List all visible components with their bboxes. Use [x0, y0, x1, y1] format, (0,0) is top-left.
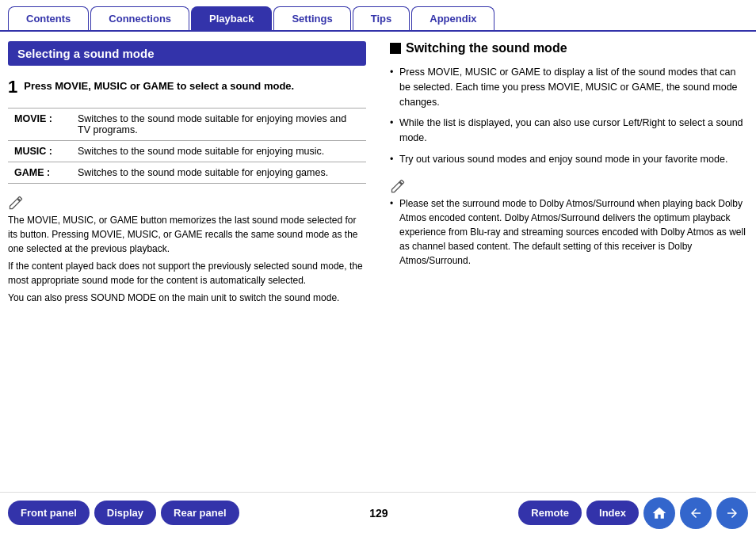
right-note-text: Please set the surround mode to Dolby At…	[390, 196, 748, 268]
note-text-3: You can also press SOUND MODE on the mai…	[8, 291, 366, 305]
bullet-item: Try out various sound modes and enjoy so…	[390, 152, 748, 167]
section-title: Selecting a sound mode	[8, 41, 366, 66]
back-button[interactable]	[680, 497, 712, 529]
home-button[interactable]	[643, 497, 675, 529]
black-square-icon	[390, 43, 401, 54]
bullet-item: While the list is displayed, you can als…	[390, 116, 748, 146]
forward-button[interactable]	[716, 497, 748, 529]
sound-mode-table: MOVIE : Switches to the sound mode suita…	[8, 108, 366, 184]
table-cell-label: MUSIC :	[8, 141, 71, 162]
tab-appendix[interactable]: Appendix	[411, 6, 494, 30]
main-content: Selecting a sound mode 1 Press MOVIE, MU…	[0, 32, 756, 489]
top-navigation: Contents Connections Playback Settings T…	[0, 0, 756, 32]
step-title: Press MOVIE, MUSIC or GAME to select a s…	[24, 77, 366, 92]
table-cell-label: MOVIE :	[8, 109, 71, 141]
remote-btn[interactable]: Remote	[518, 501, 582, 525]
step-number: 1	[8, 77, 17, 97]
right-note-section: Please set the surround mode to Dolby At…	[390, 178, 748, 268]
note-text-1: The MOVIE, MUSIC, or GAME button memoriz…	[8, 213, 366, 256]
left-column: Selecting a sound mode 1 Press MOVIE, MU…	[8, 41, 366, 489]
right-section-title: Switching the sound mode	[390, 41, 748, 55]
display-btn[interactable]: Display	[94, 501, 156, 525]
table-row: MOVIE : Switches to the sound mode suita…	[8, 109, 366, 141]
tab-connections[interactable]: Connections	[90, 6, 189, 30]
front-panel-btn[interactable]: Front panel	[8, 501, 90, 525]
table-cell-label: GAME :	[8, 162, 71, 184]
back-arrow-icon	[689, 506, 703, 520]
tab-contents[interactable]: Contents	[8, 6, 89, 30]
left-notes: The MOVIE, MUSIC, or GAME button memoriz…	[8, 195, 366, 305]
right-column: Switching the sound mode Press MOVIE, MU…	[382, 41, 748, 489]
index-btn[interactable]: Index	[586, 501, 639, 525]
tab-playback[interactable]: Playback	[191, 6, 272, 30]
tab-tips[interactable]: Tips	[353, 6, 410, 30]
table-cell-desc: Switches to the sound mode suitable for …	[71, 162, 366, 184]
pencil-icon-right	[390, 178, 406, 194]
tab-settings[interactable]: Settings	[273, 6, 350, 30]
home-icon	[651, 505, 667, 521]
forward-arrow-icon	[725, 506, 739, 520]
note-text-2: If the content played back does not supp…	[8, 259, 366, 287]
bottom-navigation: Front panel Display Rear panel 129 Remot…	[0, 492, 756, 533]
right-bullets: Press MOVIE, MUSIC or GAME to display a …	[390, 65, 748, 167]
table-cell-desc: Switches to the sound mode suitable for …	[71, 141, 366, 162]
table-row: MUSIC : Switches to the sound mode suita…	[8, 141, 366, 162]
pencil-icon	[8, 195, 24, 211]
table-cell-desc: Switches to the sound mode suitable for …	[71, 109, 366, 141]
page-number: 129	[250, 507, 508, 520]
bullet-item: Press MOVIE, MUSIC or GAME to display a …	[390, 65, 748, 109]
table-row: GAME : Switches to the sound mode suitab…	[8, 162, 366, 184]
rear-panel-btn[interactable]: Rear panel	[161, 501, 239, 525]
